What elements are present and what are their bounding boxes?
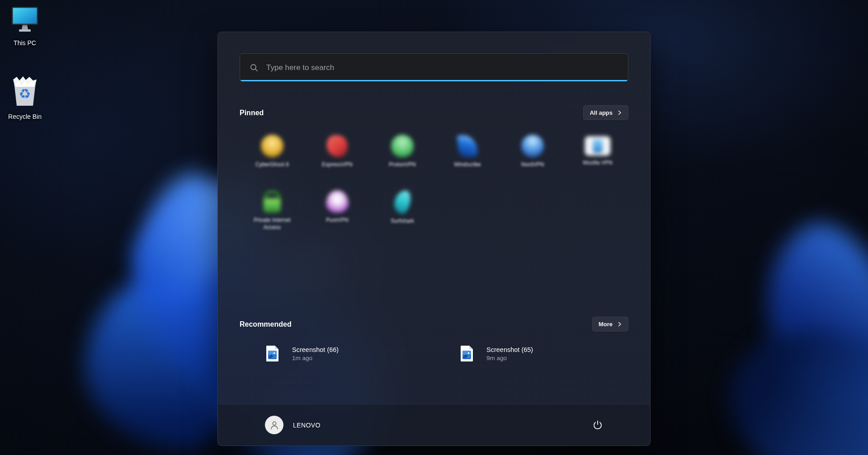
more-label: More — [599, 321, 613, 328]
pinned-app-expressvpn[interactable]: ExpressVPN — [308, 134, 367, 190]
pinned-app-mozilla-vpn[interactable]: Mozilla VPN — [568, 134, 627, 190]
recommended-item[interactable]: Screenshot (65) 9m ago — [434, 342, 628, 366]
app-icon — [261, 190, 283, 213]
search-input[interactable]: Type here to search — [240, 53, 628, 81]
svg-text:♻: ♻ — [19, 86, 31, 102]
app-icon — [391, 135, 414, 157]
pinned-app-grid: CyberGhost 8 ExpressVPN ProtonVPN Windsc… — [240, 134, 630, 317]
pinned-app-windscribe[interactable]: Windscribe — [438, 134, 497, 190]
start-menu: Type here to search Pinned All apps Cybe… — [217, 32, 651, 446]
app-label: ExpressVPN — [322, 161, 353, 169]
this-pc-icon — [10, 6, 40, 36]
recommended-item[interactable]: Screenshot (66) 1m ago — [240, 342, 434, 366]
desktop-icon-label: Recycle Bin — [8, 113, 42, 120]
chevron-right-icon — [617, 110, 622, 115]
power-button[interactable] — [589, 416, 607, 434]
recycle-bin-icon: ♻ — [10, 76, 39, 109]
desktop-icon-this-pc[interactable]: This PC — [0, 6, 54, 47]
app-label: Surfshark — [391, 218, 414, 225]
search-icon — [250, 64, 258, 72]
app-icon — [521, 135, 544, 157]
pinned-app-cyberghost-8[interactable]: CyberGhost 8 — [243, 134, 302, 190]
user-account-button[interactable]: LENOVO — [261, 413, 324, 437]
pinned-app-surfshark[interactable]: Surfshark — [373, 190, 432, 245]
image-file-icon — [460, 345, 473, 362]
app-icon — [261, 135, 283, 157]
search-placeholder: Type here to search — [266, 63, 334, 72]
image-file-icon — [266, 345, 279, 362]
recommended-item-title: Screenshot (65) — [486, 346, 533, 353]
app-label: ProtonVPN — [389, 161, 416, 169]
start-menu-footer: LENOVO — [218, 404, 650, 446]
app-icon — [324, 132, 350, 160]
app-label: CyberGhost 8 — [255, 161, 289, 169]
search-row: Type here to search — [218, 32, 650, 81]
app-label: PureVPN — [326, 217, 349, 224]
recommended-title: Recommended — [240, 320, 292, 328]
app-icon — [393, 189, 412, 215]
desktop-icon-recycle-bin[interactable]: ♻ Recycle Bin — [0, 76, 54, 120]
recommended-list: Screenshot (66) 1m ago Screenshot (65) 9… — [218, 342, 650, 366]
chevron-right-icon — [617, 322, 622, 327]
desktop-icon-label: This PC — [14, 39, 36, 47]
user-name: LENOVO — [293, 422, 321, 429]
app-label: Windscribe — [454, 161, 481, 169]
recommended-item-time: 1m ago — [292, 355, 339, 361]
pinned-app-private-internet-access[interactable]: Private Internet Access — [243, 190, 302, 245]
all-apps-label: All apps — [590, 109, 613, 116]
user-avatar-icon — [265, 416, 283, 434]
pinned-app-purevpn[interactable]: PureVPN — [308, 190, 367, 245]
app-label: NordVPN — [521, 161, 544, 169]
pinned-title: Pinned — [240, 109, 264, 117]
app-icon — [585, 136, 610, 155]
power-icon — [592, 420, 603, 431]
app-label: Mozilla VPN — [583, 159, 612, 167]
recommended-item-title: Screenshot (66) — [292, 346, 339, 353]
all-apps-button[interactable]: All apps — [583, 105, 628, 120]
app-label: Private Internet Access — [245, 217, 299, 231]
recommended-item-time: 9m ago — [486, 355, 533, 361]
app-icon — [457, 134, 478, 158]
pinned-app-protonvpn[interactable]: ProtonVPN — [373, 134, 432, 190]
more-button[interactable]: More — [592, 317, 628, 332]
app-icon — [326, 190, 349, 213]
pinned-app-nordvpn[interactable]: NordVPN — [503, 134, 562, 190]
